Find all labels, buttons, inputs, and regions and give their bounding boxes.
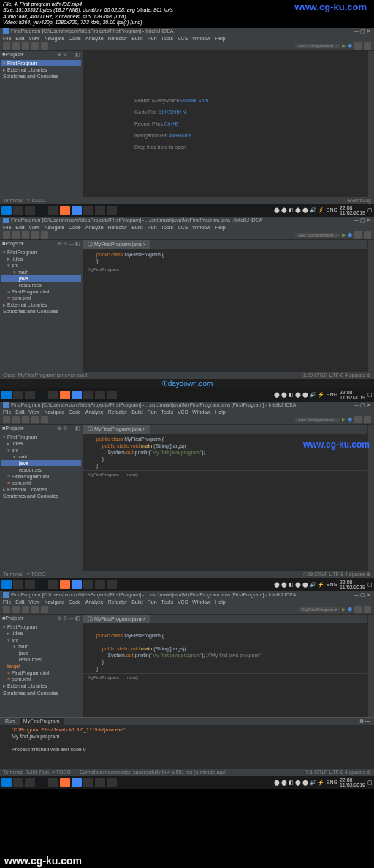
project-header[interactable]: ■ Project ▾ ⊕ ⚙ — ◧ xyxy=(0,51,83,58)
breadcrumb[interactable]: MyFirstProgram xyxy=(83,266,367,272)
explorer-icon[interactable] xyxy=(48,206,58,215)
tree-pom[interactable]: pom.xml xyxy=(1,295,81,302)
project-tree[interactable]: FirstProgram .idea src main java resourc… xyxy=(0,247,83,317)
lang[interactable]: ENG xyxy=(327,207,337,212)
gear-icon[interactable]: ⊕ ⚙ — ◧ xyxy=(57,52,80,58)
window-title: FirstProgram [C:\Users\vroom\IdeaProject… xyxy=(11,218,262,223)
gear-icon[interactable]: ⚙ — xyxy=(357,718,373,725)
refresh-icon[interactable] xyxy=(22,42,29,50)
toolbar: Add Configuration... ▶ ⬢ xyxy=(0,231,374,240)
start-button[interactable] xyxy=(1,206,12,215)
app-icon xyxy=(3,218,9,223)
app-icon xyxy=(3,28,9,34)
toolbar: Add Configuration... ▶ ⬢ xyxy=(0,42,374,51)
search-icon[interactable] xyxy=(364,231,371,239)
breadcrumb[interactable]: MyFirstProgram 〉 main() xyxy=(83,470,367,479)
statusbar: Class 'MyFirstProgram' is never used 1:2… xyxy=(0,372,374,379)
window-title: FirstProgram [C:\Users\vroom\IdeaProject… xyxy=(11,28,174,34)
menu-analyze[interactable]: Analyze xyxy=(85,36,104,41)
stop-icon[interactable] xyxy=(354,42,362,50)
code-area[interactable]: public class MyFirstProgram { } xyxy=(83,250,367,266)
run-config[interactable]: MyFirstProgram ▾ xyxy=(299,607,340,612)
console-exit: Process finished with exit code 0 xyxy=(12,746,362,753)
windows-taskbar[interactable]: ⬤ ⬤ ◧ ⬤ ⬤ 🔊 ⚡ENG22:0811/02/2019▢ xyxy=(0,388,374,402)
run-config[interactable]: Add Configuration... xyxy=(295,233,340,237)
watermark-cgku-top: www.cg-ku.com xyxy=(295,1,367,12)
menu-edit[interactable]: Edit xyxy=(15,36,24,41)
editor[interactable]: Ⓙ MyFirstProgram.java × public class MyF… xyxy=(83,240,367,372)
console-stdout: My first java program xyxy=(12,733,362,740)
terminal-button[interactable]: Terminal xyxy=(3,198,22,203)
status-info: 1:29 CRLF UTF-8 4 spaces ⊕ xyxy=(302,372,371,378)
tree-iml[interactable]: FirstProgram.iml xyxy=(1,288,81,295)
project-panel: ■ Project ▾⊕ ⚙ — ◧ FirstProgram .idea sr… xyxy=(0,240,83,372)
tree-src[interactable]: src xyxy=(1,262,81,269)
clock[interactable]: 22:08 xyxy=(340,205,353,210)
window-controls[interactable]: — ▢ ✕ xyxy=(354,218,371,223)
event-log[interactable]: Event Log xyxy=(348,198,371,203)
tree-root[interactable]: FirstProgram xyxy=(1,249,81,256)
shortcut: Ctrl+Shift+N xyxy=(158,110,186,115)
chrome-icon[interactable] xyxy=(72,206,82,215)
run-config[interactable]: Add Configuration... xyxy=(295,44,340,48)
project-panel: ■ Project ▾ ⊕ ⚙ — ◧ FirstProgram Externa… xyxy=(0,51,83,197)
run-icon[interactable]: ▶ xyxy=(342,232,346,238)
tree-res[interactable]: resources xyxy=(1,282,81,288)
firefox-icon[interactable] xyxy=(60,206,70,215)
welcome-nav: Navigation Bar xyxy=(134,133,168,138)
tree-main[interactable]: main xyxy=(1,269,81,275)
intellij-icon[interactable] xyxy=(107,206,117,215)
menubar[interactable]: File Edit View Navigate Code Analyze Ref… xyxy=(0,35,374,42)
tree-target[interactable]: target xyxy=(1,663,81,669)
menu-window[interactable]: Window xyxy=(192,36,210,41)
steam-icon[interactable] xyxy=(37,206,47,215)
menubar[interactable]: FileEditViewNavigateCodeAnalyzeRefactorB… xyxy=(0,224,374,231)
menu-view[interactable]: View xyxy=(28,36,39,41)
debug-icon[interactable]: ⬢ xyxy=(348,43,352,49)
tree-root[interactable]: FirstProgram xyxy=(1,60,81,66)
menu-code[interactable]: Code xyxy=(69,36,81,41)
notif-icon[interactable]: ▢ xyxy=(367,207,373,213)
run-label[interactable]: Run: xyxy=(1,718,20,725)
tree-lib[interactable]: External Libraries xyxy=(1,302,81,308)
search-icon[interactable] xyxy=(13,206,23,215)
tree-scratch[interactable]: Scratches and Consoles xyxy=(1,73,81,80)
welcome-drop: Drop files here to open xyxy=(134,145,186,150)
open-icon[interactable] xyxy=(3,42,10,50)
search-icon[interactable] xyxy=(364,42,371,50)
ide-window-4: FirstProgram [C:\Users\vroom\IdeaProject… xyxy=(0,591,374,776)
menu-help[interactable]: Help xyxy=(215,36,225,41)
tray-icons[interactable]: ⬤ ⬤ ◧ ⬤ ⬤ 🔊 ⚡ xyxy=(274,207,324,213)
redo-icon[interactable] xyxy=(41,42,48,50)
debug-icon[interactable]: ⬢ xyxy=(348,232,352,238)
project-tree[interactable]: FirstProgram External Libraries Scratche… xyxy=(0,58,83,81)
discord-icon[interactable] xyxy=(83,206,94,215)
console-output[interactable]: "C:\Program Files\Java\jdk1.8.0_111\bin\… xyxy=(0,725,374,769)
project-label: Project xyxy=(5,52,21,57)
taskview-icon[interactable] xyxy=(25,206,35,215)
menu-vcs[interactable]: VCS xyxy=(178,36,188,41)
mail-icon[interactable] xyxy=(95,206,105,215)
ide-window-3: FirstProgram [C:\Users\vroom\IdeaProject… xyxy=(0,402,374,578)
tree-scratch[interactable]: Scratches and Consoles xyxy=(1,308,81,315)
run-console: Run:MyFirstProgram⚙ — "C:\Program Files\… xyxy=(0,717,374,769)
save-icon[interactable] xyxy=(12,42,20,50)
todo-button[interactable]: ≡ TODO xyxy=(26,198,45,203)
tree-lib[interactable]: External Libraries xyxy=(1,66,81,73)
menu-file[interactable]: File xyxy=(3,36,11,41)
tree-java[interactable]: java xyxy=(1,275,81,282)
run-icon[interactable]: ▶ xyxy=(342,43,346,49)
menu-build[interactable]: Build xyxy=(131,36,143,41)
windows-taskbar[interactable]: ⬤ ⬤ ◧ ⬤ ⬤ 🔊 ⚡ ENG 22:0811/02/2019 ▢ xyxy=(0,204,374,217)
undo-icon[interactable] xyxy=(31,42,39,50)
menu-navigate[interactable]: Navigate xyxy=(44,36,64,41)
console-tab[interactable]: MyFirstProgram xyxy=(20,718,64,725)
menu-run[interactable]: Run xyxy=(148,36,157,41)
welcome-recent: Recent Files xyxy=(134,121,163,126)
tree-idea[interactable]: .idea xyxy=(1,256,81,262)
menu-tools[interactable]: Tools xyxy=(161,36,173,41)
menu-refactor[interactable]: Refactor xyxy=(108,36,127,41)
editor-tab[interactable]: Ⓙ MyFirstProgram.java × xyxy=(83,240,150,249)
window-controls[interactable]: — ▢ ✕ xyxy=(354,28,371,34)
status-warning: Class 'MyFirstProgram' is never used xyxy=(3,372,87,377)
